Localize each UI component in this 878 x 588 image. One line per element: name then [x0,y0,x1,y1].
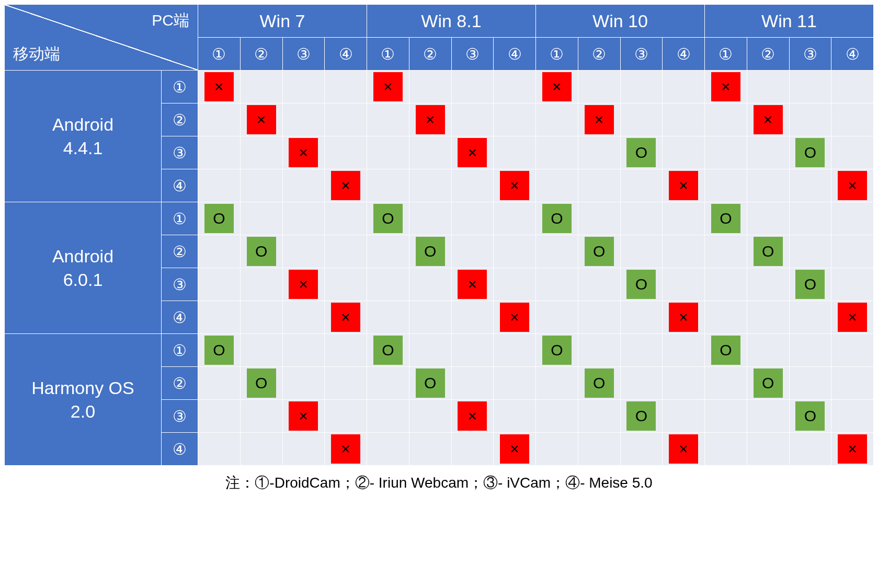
pass-marker: O [795,138,825,167]
matrix-cell [536,433,578,466]
matrix-cell: O [367,202,409,235]
matrix-cell [282,103,325,136]
matrix-cell [409,400,451,433]
matrix-cell: O [536,202,578,235]
pc-os-header: Win 10 [536,5,705,38]
fail-marker: × [458,138,487,167]
matrix-cell [663,400,705,433]
matrix-cell [578,400,620,433]
matrix-cell [789,169,831,202]
matrix-cell [705,103,747,136]
mobile-os-header: Android4.4.1 [5,71,162,202]
matrix-cell: O [747,235,789,268]
matrix-cell [789,301,831,334]
matrix-cell [198,301,241,334]
pass-marker: O [542,336,572,365]
matrix-cell [663,235,705,268]
mobile-app-header: ④ [162,301,198,334]
mobile-app-header: ② [162,103,198,136]
fail-marker: × [500,434,529,464]
matrix-cell [536,400,578,433]
pass-marker: O [626,270,656,299]
matrix-cell: O [789,268,831,301]
fail-marker: × [416,105,445,134]
matrix-cell [409,71,451,103]
matrix-cell [663,103,705,136]
matrix-cell [789,367,831,400]
matrix-cell [578,202,620,235]
corner-diagonal-header: PC端移动端 [5,5,198,71]
matrix-cell [705,400,747,433]
fail-marker: × [669,434,698,464]
matrix-cell [325,71,367,103]
matrix-cell: O [198,202,241,235]
matrix-cell [620,301,663,334]
fail-marker: × [711,72,740,101]
matrix-cell [578,71,620,103]
matrix-cell [705,169,747,202]
matrix-cell [409,334,451,367]
matrix-cell: O [367,334,409,367]
matrix-cell [240,136,282,169]
pass-marker: O [711,204,740,233]
matrix-cell [367,235,409,268]
matrix-cell [705,301,747,334]
matrix-cell [831,235,874,268]
fail-marker: × [500,303,529,332]
fail-marker: × [247,105,276,134]
matrix-cell [620,202,663,235]
mobile-app-header: ③ [162,400,198,433]
pc-app-header: ① [367,38,409,71]
matrix-cell [705,136,747,169]
matrix-cell: O [789,400,831,433]
matrix-cell [325,136,367,169]
matrix-cell: O [747,367,789,400]
pc-app-header: ④ [325,38,367,71]
matrix-cell: × [831,433,874,466]
matrix-cell [536,169,578,202]
pc-app-header: ③ [451,38,494,71]
matrix-cell [620,235,663,268]
pc-app-header: ② [747,38,789,71]
mobile-app-header: ③ [162,268,198,301]
matrix-cell: × [451,136,494,169]
matrix-cell [663,367,705,400]
matrix-cell [282,235,325,268]
matrix-cell [494,400,536,433]
pass-marker: O [204,204,234,233]
matrix-cell: × [831,169,874,202]
matrix-cell [747,136,789,169]
matrix-cell [620,103,663,136]
matrix-cell [198,136,241,169]
matrix-cell [198,433,241,466]
matrix-cell [240,400,282,433]
pc-app-header: ① [198,38,241,71]
mobile-app-header: ② [162,235,198,268]
matrix-cell [831,71,874,103]
pass-marker: O [247,368,276,398]
matrix-cell [451,433,494,466]
matrix-cell [578,136,620,169]
fail-marker: × [331,171,360,200]
matrix-cell: × [705,71,747,103]
matrix-cell [536,235,578,268]
matrix-cell [620,169,663,202]
matrix-cell [367,136,409,169]
matrix-cell [831,268,874,301]
matrix-cell [240,71,282,103]
matrix-cell [367,367,409,400]
pc-app-header: ② [578,38,620,71]
matrix-cell [451,334,494,367]
matrix-cell [409,169,451,202]
matrix-cell [451,367,494,400]
matrix-cell: × [282,268,325,301]
pass-marker: O [416,237,445,266]
matrix-cell: × [578,103,620,136]
matrix-cell [578,268,620,301]
matrix-cell: O [705,202,747,235]
matrix-cell [578,301,620,334]
matrix-cell [367,169,409,202]
matrix-cell [198,103,241,136]
pass-marker: O [542,204,572,233]
fail-marker: × [331,434,360,464]
